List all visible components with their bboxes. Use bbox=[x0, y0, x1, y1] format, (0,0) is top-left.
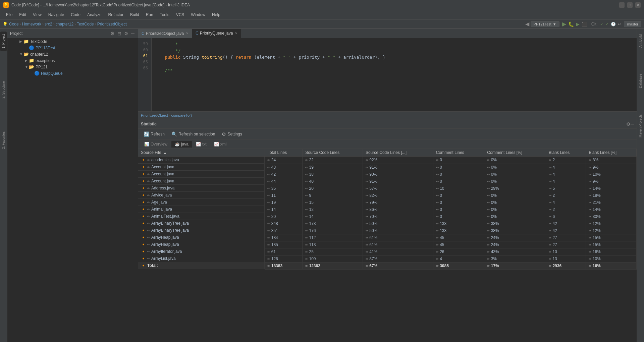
folder-icon: 📁 bbox=[23, 39, 29, 44]
file-name[interactable]: ArrayBinaryTree.java bbox=[151, 221, 189, 226]
tab-txt[interactable]: 📈 txt bbox=[193, 141, 210, 148]
sync-btn[interactable]: ⚙ bbox=[110, 30, 115, 37]
vtab-ant-build[interactable]: Ant Build bbox=[637, 32, 644, 50]
tab-prioritizedobject[interactable]: C PrioritizedObject.java ✕ bbox=[138, 29, 192, 38]
sidebar-item-exceptions[interactable]: ▶ 📁 exceptions bbox=[7, 57, 138, 64]
sidebar-item-textcode[interactable]: ▶ 📁 TextCode bbox=[7, 38, 138, 45]
close-btn[interactable]: ✕ bbox=[635, 2, 641, 8]
menu-help[interactable]: Help bbox=[209, 11, 224, 18]
col-total-lines[interactable]: Total Lines bbox=[265, 149, 302, 157]
col-blank-lines[interactable]: Blank Lines bbox=[546, 149, 586, 157]
editor-method[interactable]: compareTo() bbox=[171, 113, 192, 117]
refresh-on-selection-button[interactable]: 🔍 Refresh on selection bbox=[169, 130, 218, 138]
file-name[interactable]: Animal.java bbox=[151, 207, 172, 212]
file-name[interactable]: ArrayHeap.java bbox=[151, 242, 179, 247]
file-name[interactable]: ArrayBinaryTree.java bbox=[151, 228, 189, 233]
menu-window[interactable]: Window bbox=[187, 11, 209, 18]
file-name[interactable]: Account.java bbox=[151, 172, 174, 176]
vtab-favorites[interactable]: 2: Favorites bbox=[0, 129, 7, 152]
file-name[interactable]: ArrayList.java bbox=[151, 256, 176, 261]
run-btn[interactable]: ▶ bbox=[562, 21, 566, 27]
tab-java-label: java bbox=[181, 142, 189, 147]
stat-collapse-btn[interactable]: ─ bbox=[631, 121, 634, 127]
col-blank-pct[interactable]: Blank Lines [%] bbox=[586, 149, 637, 157]
close-icon-pobj[interactable]: ✕ bbox=[186, 32, 189, 35]
expand-icon-ch12: ▼ bbox=[19, 52, 23, 56]
menu-edit[interactable]: Edit bbox=[16, 11, 30, 18]
breadcrumb-homework[interactable]: Homework bbox=[22, 22, 41, 26]
file-name[interactable]: Advice.java bbox=[151, 193, 172, 197]
breadcrumb-prioritizedobject[interactable]: PrioritizedObject bbox=[97, 22, 127, 26]
code-editor[interactable]: 59 60 61 65 66 * */ public String toStri… bbox=[138, 38, 637, 111]
navigation-back[interactable]: ◀ bbox=[525, 21, 529, 27]
breadcrumb-chapter12[interactable]: chapter12 bbox=[56, 22, 73, 26]
tab-overview[interactable]: 📊 Overview bbox=[141, 141, 171, 148]
stat-toolbar: 🔄 Refresh 🔍 Refresh on selection ⚙ Setti… bbox=[138, 129, 637, 139]
stop-btn[interactable]: ⬛ bbox=[582, 21, 587, 27]
git-history-btn[interactable]: 🕐 bbox=[611, 22, 616, 26]
breadcrumb-textcode[interactable]: TextCode bbox=[77, 22, 94, 26]
file-icon: 🔸 bbox=[141, 158, 146, 162]
collapse-btn[interactable]: ─ bbox=[130, 30, 135, 37]
file-name[interactable]: ArrayHeap.java bbox=[151, 235, 179, 240]
menu-navigate[interactable]: Navigate bbox=[45, 11, 67, 18]
git-check-btn[interactable]: ✓ bbox=[600, 22, 603, 26]
menu-refactor[interactable]: Refactor bbox=[105, 11, 127, 18]
git-branch[interactable]: master bbox=[624, 21, 641, 27]
vtab-structure[interactable]: 2: Structure bbox=[0, 78, 7, 101]
refresh-button[interactable]: 🔄 Refresh bbox=[141, 130, 167, 138]
sidebar-item-pp121[interactable]: ▼ 📂 PP121 bbox=[7, 64, 138, 70]
code-lines[interactable]: * */ public String toString() { return (… bbox=[152, 38, 637, 111]
file-name[interactable]: ArrayIterator.java bbox=[151, 249, 182, 254]
run-config-dropdown[interactable]: PP121Test ▼ bbox=[531, 21, 559, 27]
tab-priorityqueue[interactable]: C PriorityQueue.java ✕ bbox=[192, 29, 241, 38]
menu-tools[interactable]: Tools bbox=[157, 11, 173, 18]
minimize-btn[interactable]: ─ bbox=[619, 2, 625, 8]
stat-settings-btn[interactable]: ⚙ bbox=[626, 121, 631, 127]
java-icon: 🔵 bbox=[29, 45, 34, 50]
txt-icon: 📈 bbox=[196, 142, 201, 147]
editor-class[interactable]: PrioritizedObject bbox=[141, 113, 168, 117]
debug-btn[interactable]: 🐛 bbox=[568, 21, 574, 27]
file-name[interactable]: AnimalTest.java bbox=[151, 214, 179, 219]
close-icon-pq[interactable]: ✕ bbox=[235, 32, 237, 35]
col-comment-pct[interactable]: Comment Lines [%] bbox=[484, 149, 546, 157]
settings-button[interactable]: ⚙ Settings bbox=[219, 130, 245, 138]
tab-icon-pq: C bbox=[196, 31, 199, 36]
tab-java[interactable]: ☕ java bbox=[171, 141, 192, 148]
menu-view[interactable]: View bbox=[30, 11, 45, 18]
breadcrumb-code[interactable]: Code bbox=[9, 22, 19, 26]
file-name[interactable]: Address.java bbox=[151, 186, 174, 190]
vtab-database[interactable]: Database bbox=[637, 71, 644, 91]
file-name[interactable]: academics.java bbox=[151, 158, 179, 162]
file-name[interactable]: Age.java bbox=[151, 200, 167, 205]
menu-build[interactable]: Build bbox=[127, 11, 143, 18]
breadcrumb-src2[interactable]: src2 bbox=[45, 22, 52, 26]
file-name[interactable]: Account.java bbox=[151, 179, 174, 183]
menu-vcs[interactable]: VCS bbox=[173, 11, 188, 18]
sidebar-item-pp113test[interactable]: 🔵 PP113Test bbox=[7, 45, 138, 51]
maximize-btn[interactable]: □ bbox=[627, 2, 633, 8]
git-tick-btn[interactable]: ✓ bbox=[605, 22, 609, 26]
settings-btn[interactable]: ⚙ bbox=[123, 30, 129, 37]
coverage-btn[interactable]: ▶ bbox=[576, 21, 580, 27]
file-name[interactable]: Account.java bbox=[151, 165, 174, 169]
tree-label-exceptions: exceptions bbox=[36, 58, 55, 63]
stat-table-container[interactable]: Source File ▲ Total Lines Source Code Li… bbox=[138, 149, 637, 342]
git-undo-btn[interactable]: ↩ bbox=[618, 22, 621, 26]
vtab-maven[interactable]: Maven Projects bbox=[637, 112, 644, 140]
menu-code[interactable]: Code bbox=[67, 11, 84, 18]
total-row: 🔸 Total: ✏ 18383 ✏ 12362 ✏ 67% ✏ 3085 ✏ … bbox=[138, 262, 637, 269]
menu-analyze[interactable]: Analyze bbox=[84, 11, 105, 18]
col-source-file[interactable]: Source File ▲ bbox=[138, 149, 265, 157]
menu-file[interactable]: File bbox=[3, 11, 16, 18]
col-source-code-pct[interactable]: Source Code Lines [...] bbox=[363, 149, 433, 157]
sidebar-item-chapter12[interactable]: ▼ 📂 chapter12 bbox=[7, 51, 138, 57]
tab-xml[interactable]: 📈 xml bbox=[211, 141, 230, 148]
menu-run[interactable]: Run bbox=[143, 11, 157, 18]
col-source-code-lines[interactable]: Source Code Lines bbox=[303, 149, 363, 157]
vtab-project[interactable]: 1: Project bbox=[0, 32, 7, 51]
sidebar-item-heapqueue[interactable]: 🔵 HeapQueue bbox=[7, 70, 138, 76]
col-comment-lines[interactable]: Comment Lines bbox=[433, 149, 484, 157]
layout-btn[interactable]: ⊟ bbox=[117, 30, 122, 37]
